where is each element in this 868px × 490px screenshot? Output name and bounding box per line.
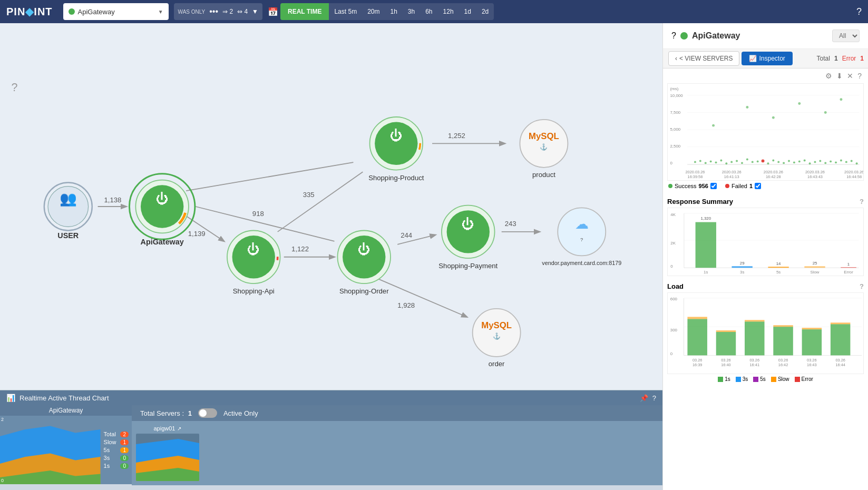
svg-text:243: 243 — [505, 220, 516, 228]
time-btn-2d[interactable]: 2d — [476, 3, 494, 20]
help-icon[interactable]: ? — [856, 6, 862, 17]
time-btn-6h[interactable]: 6h — [420, 3, 437, 20]
svg-text:ApiGateway: ApiGateway — [141, 238, 184, 246]
svg-point-108 — [851, 160, 853, 162]
failed-dot — [725, 184, 729, 188]
svg-point-92 — [767, 162, 769, 164]
help-icon[interactable]: ? — [857, 72, 862, 80]
svg-text:1,138: 1,138 — [104, 196, 122, 204]
toggle-knob — [199, 409, 207, 417]
chevron-down-icon[interactable]: ▼ — [252, 8, 258, 15]
legend-5s-label: 5s — [760, 376, 766, 382]
load-legend: 1s 3s 5s Slow — [667, 374, 864, 384]
svg-rect-157 — [687, 317, 707, 319]
failed-count: 1 — [749, 183, 753, 189]
stacked-area-chart — [0, 416, 101, 484]
svg-rect-162 — [773, 327, 793, 355]
svg-text:(ms): (ms) — [670, 86, 678, 91]
svg-rect-159 — [716, 330, 736, 332]
realtime-button[interactable]: REAL TIME — [280, 3, 329, 20]
filter-select[interactable]: All — [832, 30, 860, 42]
response-help-icon[interactable]: ? — [860, 198, 864, 205]
legend-3s: 3s — [736, 376, 748, 382]
svg-text:16:42:28: 16:42:28 — [766, 174, 781, 179]
svg-point-102 — [819, 160, 821, 162]
slow-row: Slow 1 — [104, 439, 129, 445]
settings-icon[interactable]: ⚙ — [825, 72, 832, 80]
view-servers-tab[interactable]: ‹ < VIEW SERVERS — [668, 51, 739, 66]
header-controls: WAS ONLY ••• ⇒ 2 ⇔ 4 ▼ — [174, 3, 262, 20]
svg-text:⏻: ⏻ — [358, 242, 370, 256]
thread-chart-body: ApiGateway 2 0 — [0, 405, 662, 484]
svg-text:1: 1 — [847, 262, 850, 267]
svg-text:03.26: 03.26 — [693, 358, 703, 362]
svg-text:0: 0 — [670, 264, 673, 269]
success-checkbox[interactable] — [710, 183, 717, 189]
inspector-tab[interactable]: 📈 Inspector — [742, 52, 792, 65]
error-label: Error — [842, 55, 856, 62]
svg-rect-164 — [802, 329, 822, 355]
svg-point-109 — [856, 162, 858, 164]
total-row: Total 2 — [104, 431, 129, 437]
header: PIN◆INT ApiGateway ▼ WAS ONLY ••• ⇒ 2 ⇔ … — [0, 0, 868, 23]
total-badge: 2 — [120, 432, 129, 437]
legend-1s-label: 1s — [725, 376, 730, 382]
svg-text:16:39:58: 16:39:58 — [688, 174, 703, 179]
svg-rect-137 — [732, 266, 753, 268]
svg-text:0: 0 — [670, 351, 673, 356]
s5-badge: 1 — [120, 447, 129, 453]
s1-label: 1s — [104, 463, 110, 469]
load-help-icon[interactable]: ? — [860, 282, 864, 290]
chart-toolbar: ⚙ ⬇ ✕ ? — [667, 68, 864, 83]
svg-point-107 — [845, 161, 847, 163]
svg-rect-160 — [745, 321, 765, 355]
svg-rect-167 — [831, 322, 851, 324]
inspector-tab-label: Inspector — [759, 55, 785, 62]
help-circle-icon[interactable]: ? — [671, 31, 676, 41]
download-icon[interactable]: ⬇ — [836, 72, 843, 80]
server-controls: Total Servers : 1 Active Only — [132, 405, 662, 421]
svg-point-115 — [840, 98, 842, 101]
calendar-icon[interactable]: 📅 — [268, 7, 278, 17]
app-selector[interactable]: ApiGateway ▼ — [63, 3, 169, 20]
inspector-panel: ? ApiGateway All ‹ < VIEW SERVERS 📈 Insp… — [662, 23, 868, 490]
svg-rect-146 — [841, 267, 856, 268]
time-btn-1h[interactable]: 1h — [385, 3, 402, 20]
time-btn-3h[interactable]: 3h — [403, 3, 420, 20]
svg-text:29: 29 — [740, 261, 745, 266]
time-btn-1d[interactable]: 1d — [459, 3, 476, 20]
svg-text:335: 335 — [303, 191, 315, 199]
svg-text:vendor.payment.card.com:8179: vendor.payment.card.com:8179 — [542, 260, 621, 266]
success-dot — [668, 184, 672, 188]
header-right: ? — [856, 6, 862, 17]
svg-line-7 — [278, 172, 363, 232]
svg-rect-163 — [773, 325, 793, 327]
legend-5s-color — [753, 377, 758, 382]
time-btn-20m[interactable]: 20m — [362, 3, 385, 20]
arrow-icon: ⇒ 2 — [222, 8, 233, 15]
toggle-switch[interactable] — [198, 408, 217, 418]
scatter-section: (ms) 10,000 7,500 5,000 2,500 0 — [667, 83, 864, 191]
svg-text:16:41: 16:41 — [750, 362, 760, 367]
expand-icon[interactable]: ✕ — [847, 72, 853, 80]
external-link-icon[interactable]: ↗ — [177, 426, 181, 432]
svg-point-93 — [772, 159, 774, 161]
svg-point-106 — [840, 159, 842, 161]
legend-slow-label: Slow — [778, 376, 789, 382]
time-btn-12h[interactable]: 12h — [438, 3, 459, 20]
y-min: 0 — [1, 478, 4, 483]
svg-text:7,500: 7,500 — [670, 110, 680, 115]
svg-text:Shopping-Order: Shopping-Order — [339, 287, 389, 295]
thread-legend: Total 2 Slow 1 5s 1 — [101, 416, 132, 484]
svg-point-103 — [824, 162, 826, 164]
help-icon[interactable]: ? — [652, 394, 656, 402]
svg-text:03.26: 03.26 — [750, 358, 760, 362]
topology-map: 1,138 1,139 918 335 1,122 — [0, 23, 662, 390]
error-value: 1 — [860, 55, 864, 62]
pin-icon[interactable]: 📌 — [640, 394, 648, 402]
time-btn-5m[interactable]: Last 5m — [329, 3, 362, 20]
legend-1s: 1s — [718, 376, 730, 382]
inspector-chart-area: ⚙ ⬇ ✕ ? (ms) 10,000 7,500 5,000 2,500 0 — [663, 68, 868, 490]
svg-rect-165 — [802, 328, 822, 329]
failed-checkbox[interactable] — [755, 183, 761, 189]
